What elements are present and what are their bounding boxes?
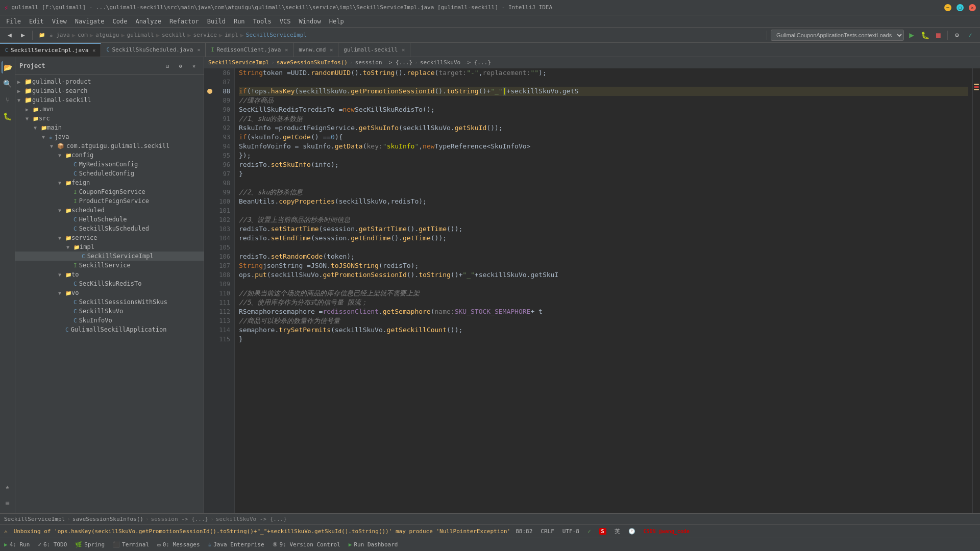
menu-view[interactable]: View bbox=[48, 17, 71, 26]
activity-favorites[interactable]: ★ bbox=[2, 481, 14, 493]
tree-vo[interactable]: ▼📁vo bbox=[15, 288, 204, 297]
tree-service[interactable]: ▼📁service bbox=[15, 233, 204, 242]
messages-tab[interactable]: ✉ 0: Messages bbox=[157, 541, 200, 548]
code-line-98 bbox=[239, 179, 968, 188]
code-area[interactable]: String token = UUID.randomUUID().toStrin… bbox=[235, 68, 972, 513]
tree-scheduledconfig[interactable]: CScheduledConfig bbox=[15, 169, 204, 178]
tree-impl[interactable]: ▼📁impl bbox=[15, 242, 204, 252]
close-button[interactable]: ✕ bbox=[969, 4, 976, 11]
project-tree: ▶📁gulimall-product ▶📁gulimall-search ▼📁g… bbox=[15, 75, 204, 513]
vcs-button[interactable]: ✓ bbox=[965, 30, 976, 41]
settings-button[interactable]: ⚙ bbox=[951, 30, 963, 41]
tab-seckill-service-impl[interactable]: C SeckillServiceImpl.java ✕ bbox=[0, 43, 101, 57]
todo-tab[interactable]: ✓ 6: TODO bbox=[38, 541, 67, 548]
project-icon[interactable]: 📁 bbox=[36, 30, 47, 41]
editor-code-content[interactable]: 86 87 88 89 90 91 92 93 94 95 96 97 98 9… bbox=[204, 68, 980, 513]
run-button[interactable]: ▶ bbox=[906, 30, 917, 41]
code-line-106: redisTo.setRandomCode(token); bbox=[239, 252, 968, 261]
tree-sku-info-vo[interactable]: CSkuInfoVo bbox=[15, 316, 204, 325]
tree-gulimall-search[interactable]: ▶📁gulimall-search bbox=[15, 86, 204, 95]
tab-redisson-client[interactable]: I RedissonClient.java ✕ bbox=[206, 43, 293, 57]
menu-tools[interactable]: Tools bbox=[249, 17, 276, 26]
gutter-95 bbox=[204, 151, 214, 160]
tree-product-feign[interactable]: IProductFeignService bbox=[15, 196, 204, 206]
tree-hello-schedule[interactable]: CHelloSchedule bbox=[15, 215, 204, 224]
tree-to[interactable]: ▼📁to bbox=[15, 270, 204, 279]
status-right: 88:82 CRLF UTF-8 ✓ S 英 🕐 CSDN @wang_code bbox=[516, 528, 690, 535]
rg-warning-1 bbox=[974, 84, 979, 85]
activity-debug[interactable]: 🐛 bbox=[2, 110, 14, 122]
tree-config[interactable]: ▼📁config bbox=[15, 151, 204, 160]
spring-tab[interactable]: 🌿 Spring bbox=[75, 541, 105, 548]
sidebar-settings[interactable]: ⚙ bbox=[175, 60, 186, 71]
maximize-button[interactable]: □ bbox=[957, 4, 964, 11]
menu-edit[interactable]: Edit bbox=[25, 17, 48, 26]
tab-gulimall-seckill[interactable]: gulimall-seckill ✕ bbox=[338, 43, 410, 57]
cursor-position: 88:82 bbox=[516, 528, 532, 535]
tree-gulimall-seckill-app[interactable]: CGulimallSeckillApplication bbox=[15, 325, 204, 334]
tree-seckill-sku-redis-to[interactable]: CSecKillSkuRedisTo bbox=[15, 279, 204, 288]
tree-mvn[interactable]: ▶📁.mvn bbox=[15, 105, 204, 114]
run-config-select[interactable]: GulimallCouponApplicationTests.contextLo… bbox=[771, 30, 904, 41]
menu-run[interactable]: Run bbox=[230, 17, 249, 26]
tree-scheduled[interactable]: ▼📁scheduled bbox=[15, 206, 204, 215]
tree-feign[interactable]: ▼📁feign bbox=[15, 178, 204, 187]
tab-close-5[interactable]: ✕ bbox=[402, 47, 405, 53]
menu-code[interactable]: Code bbox=[109, 17, 132, 26]
java-enterprise-tab[interactable]: ☕ Java Enterprise bbox=[208, 541, 264, 548]
menu-analyze[interactable]: Analyze bbox=[131, 17, 165, 26]
activity-structure[interactable]: ≡ bbox=[2, 497, 14, 509]
tree-seckill-service-impl[interactable]: CSeckillServiceImpl bbox=[15, 252, 204, 261]
minimize-button[interactable]: ─ bbox=[944, 4, 951, 11]
tree-seckill-sku-vo[interactable]: CSeckillSkuVo bbox=[15, 307, 204, 316]
back-button[interactable]: ◀ bbox=[4, 30, 15, 41]
tab-close-3[interactable]: ✕ bbox=[285, 47, 288, 53]
tree-package[interactable]: ▼📦com.atguigu.gulimall.seckill bbox=[15, 141, 204, 151]
menu-navigate[interactable]: Navigate bbox=[71, 17, 109, 26]
menu-vcs[interactable]: VCS bbox=[276, 17, 295, 26]
forward-button[interactable]: ▶ bbox=[17, 30, 29, 41]
tab-close-2[interactable]: ✕ bbox=[197, 47, 200, 53]
window-controls[interactable]: ─ □ ✕ bbox=[944, 4, 976, 11]
gutter-103 bbox=[204, 224, 214, 234]
tree-main[interactable]: ▼📁main bbox=[15, 123, 204, 132]
tree-gulimall-product[interactable]: ▶📁gulimall-product bbox=[15, 77, 204, 86]
tab-mvnw-cmd[interactable]: mvnw.cmd ✕ bbox=[293, 43, 338, 57]
tree-src[interactable]: ▼📁src bbox=[15, 114, 204, 123]
tree-seckill-service[interactable]: ISeckillService bbox=[15, 261, 204, 270]
menu-window[interactable]: Window bbox=[295, 17, 325, 26]
activity-git[interactable]: ⑂ bbox=[2, 94, 14, 106]
tree-gulimall-seckill[interactable]: ▼📁gulimall-seckill bbox=[15, 95, 204, 105]
tree-seckill-sessions-with-skus[interactable]: CSeckillSesssionsWithSkus bbox=[15, 297, 204, 307]
activity-search[interactable]: 🔍 bbox=[2, 78, 14, 90]
run-dashboard-tab[interactable]: ▶ Run Dashboard bbox=[349, 541, 398, 548]
terminal-tab[interactable]: ⬛ Terminal bbox=[113, 541, 149, 548]
tree-coupon-feign[interactable]: ICouponFeignService bbox=[15, 187, 204, 196]
menu-file[interactable]: File bbox=[2, 17, 25, 26]
menu-help[interactable]: Help bbox=[325, 17, 348, 26]
version-control-tab[interactable]: ⑨ 9: Version Control bbox=[273, 541, 340, 548]
tree-java[interactable]: ▼☕java bbox=[15, 132, 204, 141]
messages-tab-icon: ✉ bbox=[157, 541, 161, 548]
code-line-112: RSemaphore semaphore = redissonClient.ge… bbox=[239, 307, 968, 316]
sidebar-collapse-all[interactable]: ⊟ bbox=[162, 60, 173, 71]
sidebar-close[interactable]: ✕ bbox=[188, 60, 200, 71]
tree-myredissonconfig[interactable]: CMyRedissonConfig bbox=[15, 160, 204, 169]
tab-close-4[interactable]: ✕ bbox=[330, 47, 333, 53]
menu-refactor[interactable]: Refactor bbox=[165, 17, 203, 26]
menu-build[interactable]: Build bbox=[203, 17, 230, 26]
breadcrumb-java: ☕ java bbox=[50, 32, 70, 38]
code-line-108: ops.put(seckillSkuVo.getPromotionSession… bbox=[239, 270, 968, 280]
run-tab[interactable]: ▶ 4: Run bbox=[4, 541, 30, 548]
debug-button[interactable]: 🐛 bbox=[919, 30, 930, 41]
gutter-91 bbox=[204, 114, 214, 123]
breadcrumb-class: SeckillServiceImpl bbox=[246, 32, 307, 38]
tab-seckill-sku-scheduled[interactable]: C SeckillSkuScheduled.java ✕ bbox=[101, 43, 206, 57]
tree-seckill-sku-scheduled[interactable]: CSeckillSkuScheduled bbox=[15, 224, 204, 233]
stop-button[interactable]: ⏹ bbox=[933, 30, 944, 41]
tab-close-1[interactable]: ✕ bbox=[92, 47, 95, 53]
activity-project[interactable]: 📂 bbox=[2, 61, 14, 73]
main-content: 📂 🔍 ⑂ 🐛 ★ ≡ Project ⊟ ⚙ ✕ ▶📁gulimall-pro… bbox=[0, 57, 980, 513]
clock: 🕐 bbox=[628, 528, 635, 535]
code-line-111: //5、使用库存作为分布式的信号量 限流； bbox=[239, 298, 968, 307]
